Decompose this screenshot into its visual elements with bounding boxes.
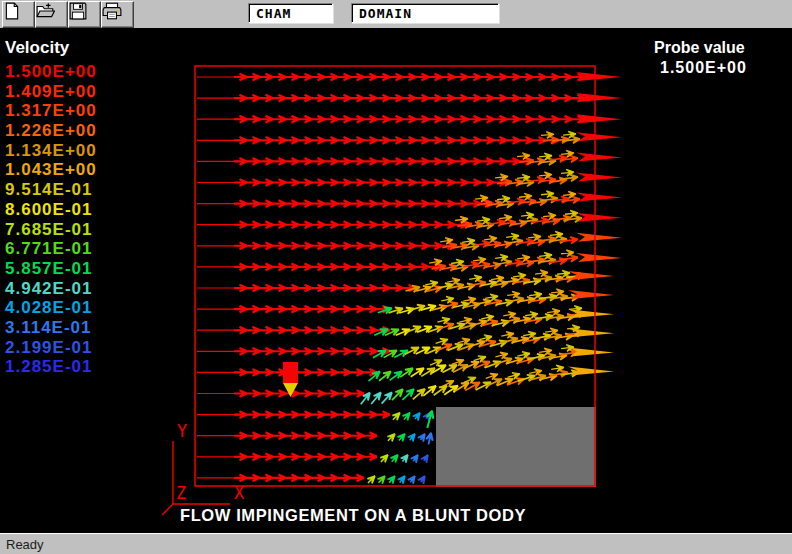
- y-axis-label: Y: [177, 421, 187, 441]
- x-axis-label: X: [234, 483, 245, 503]
- probe-marker[interactable]: [283, 362, 298, 383]
- vector-field-plot[interactable]: Y Z X: [0, 0, 792, 554]
- z-axis-label: Z: [176, 483, 186, 503]
- application-window: Y Z X: [0, 0, 792, 554]
